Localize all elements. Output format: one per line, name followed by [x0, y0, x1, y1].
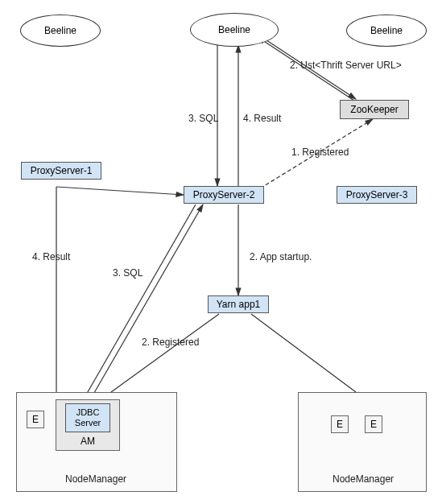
edge-label-result-left: 4. Result — [32, 251, 70, 262]
jdbc-server-node: JDBC Server — [65, 403, 110, 432]
executor-box: E — [331, 415, 349, 433]
nodemanager-label: NodeManager — [333, 473, 394, 485]
edge-label-result-top: 4. Result — [243, 113, 281, 124]
nodemanager-1-container: E JDBC Server AM NodeManager — [16, 392, 177, 492]
yarn-app-node: Yarn app1 — [208, 295, 269, 313]
beeline-node-3: Beeline — [346, 14, 427, 47]
proxyserver-1-node: ProxyServer-1 — [21, 162, 101, 180]
beeline-label: Beeline — [218, 24, 250, 35]
edge-label-app-startup: 2. App startup. — [250, 251, 312, 262]
executor-box: E — [27, 411, 44, 428]
svg-line-6 — [111, 314, 219, 392]
proxyserver-3-node: ProxyServer-3 — [337, 186, 417, 204]
beeline-label: Beeline — [44, 25, 76, 36]
proxyserver-2-node: ProxyServer-2 — [184, 186, 264, 204]
proxy2-label: ProxyServer-2 — [193, 189, 255, 200]
beeline-node-2: Beeline — [190, 13, 279, 47]
svg-line-9 — [82, 204, 196, 402]
svg-line-11 — [56, 187, 184, 195]
am-container: JDBC Server AM — [56, 399, 120, 451]
edge-label-sql-mid: 3. SQL — [113, 267, 143, 279]
proxy1-label: ProxyServer-1 — [31, 165, 93, 176]
am-label: AM — [81, 436, 95, 447]
svg-line-8 — [89, 204, 203, 403]
proxy3-label: ProxyServer-3 — [346, 189, 408, 200]
yarn-label: Yarn app1 — [217, 299, 261, 310]
zookeeper-node: ZooKeeper — [340, 100, 409, 119]
beeline-node-1: Beeline — [20, 14, 101, 47]
svg-line-7 — [251, 314, 356, 392]
edge-label-sql-top: 3. SQL — [188, 113, 218, 124]
edge-label-registered-2: 2. Registered — [142, 337, 199, 348]
nodemanager-label: NodeManager — [65, 473, 126, 485]
executor-box: E — [365, 415, 382, 433]
edge-label-ust: 2. Ust<Thrift Server URL> — [290, 60, 402, 71]
beeline-label: Beeline — [370, 25, 403, 36]
edge-label-registered-1: 1. Registered — [291, 147, 349, 158]
nodemanager-2-container: E E NodeManager — [298, 392, 427, 492]
zookeeper-label: ZooKeeper — [350, 104, 398, 115]
